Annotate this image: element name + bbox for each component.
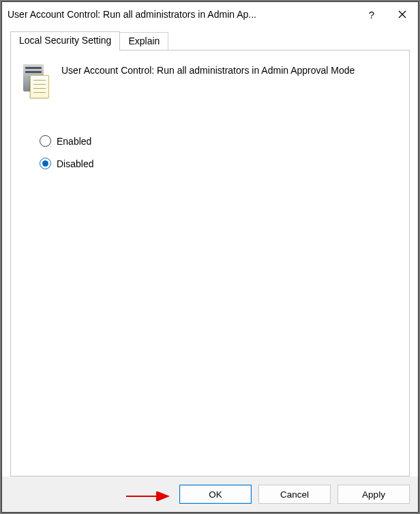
radio-label: Enabled	[57, 136, 91, 147]
security-policy-icon	[19, 63, 52, 100]
tab-label: Local Security Setting	[19, 35, 111, 46]
radio-group: Enabled Disabled	[19, 135, 401, 169]
radio-disabled[interactable]: Disabled	[40, 158, 401, 169]
help-icon: ?	[369, 9, 374, 20]
ok-button[interactable]: OK	[179, 485, 252, 504]
apply-button[interactable]: Apply	[338, 485, 410, 504]
tab-local-security-setting[interactable]: Local Security Setting	[10, 31, 120, 51]
policy-title: User Account Control: Run all administra…	[61, 63, 355, 78]
policy-header: User Account Control: Run all administra…	[19, 63, 401, 100]
radio-enabled[interactable]: Enabled	[40, 135, 401, 147]
close-icon	[398, 10, 406, 18]
radio-icon	[40, 135, 51, 147]
annotation-arrow-icon	[125, 491, 175, 501]
tab-panel: User Account Control: Run all administra…	[10, 50, 410, 476]
button-bar: OK Cancel Apply	[2, 476, 418, 512]
radio-dot-icon	[42, 160, 48, 167]
tab-label: Explain	[128, 35, 160, 46]
radio-label: Disabled	[57, 158, 93, 169]
help-button[interactable]: ?	[357, 2, 387, 27]
content-area: Local Security Setting Explain User Acco…	[2, 27, 418, 476]
window-title: User Account Control: Run all administra…	[7, 9, 357, 20]
button-label: Cancel	[280, 489, 309, 500]
tab-explain[interactable]: Explain	[120, 32, 168, 50]
button-label: OK	[209, 489, 222, 500]
cancel-button[interactable]: Cancel	[258, 485, 331, 504]
titlebar: User Account Control: Run all administra…	[2, 2, 418, 27]
radio-icon	[40, 158, 51, 169]
button-label: Apply	[362, 489, 385, 500]
properties-dialog: User Account Control: Run all administra…	[1, 1, 419, 513]
close-button[interactable]	[387, 2, 418, 27]
tab-strip: Local Security Setting Explain	[10, 31, 410, 50]
